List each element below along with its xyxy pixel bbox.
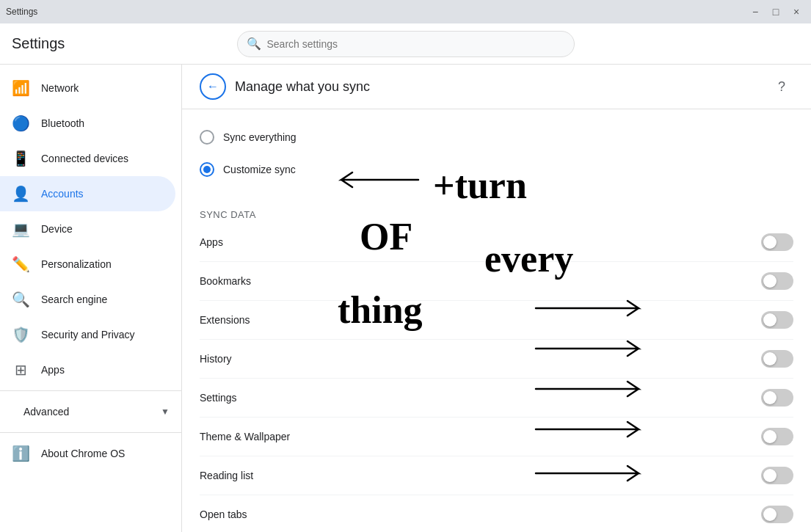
sidebar-item-device[interactable]: 💻 Device (0, 211, 175, 247)
sync-item-label: Bookmarks (200, 275, 251, 287)
search-box[interactable]: 🔍 (237, 31, 575, 57)
search-input[interactable] (267, 38, 565, 50)
sidebar-item-network[interactable]: 📶 Network (0, 70, 175, 106)
settings-toggle[interactable] (761, 389, 793, 407)
sidebar-divider-2 (0, 432, 181, 433)
sidebar-item-accounts[interactable]: 👤 Accounts (0, 176, 175, 211)
sync-item-settings: Settings (200, 379, 793, 418)
sidebar-item-bluetooth[interactable]: 🔵 Bluetooth (0, 106, 175, 141)
open-tabs-toggle[interactable] (761, 506, 793, 523)
sync-item-open-tabs: Open tabs (200, 495, 793, 532)
sync-item-bookmarks: Bookmarks (200, 262, 793, 301)
back-button[interactable]: ← (200, 73, 226, 100)
minimize-button[interactable]: − (746, 3, 764, 21)
sync-item-reading-list: Reading list (200, 456, 793, 495)
main-content: ← Manage what you sync ? Sync everything (182, 65, 811, 532)
info-icon: ℹ️ (12, 445, 29, 462)
sync-item-label: Theme & Wallpaper (200, 431, 290, 442)
sync-item-label: History (200, 353, 232, 365)
settings-header: Settings 🔍 (0, 23, 811, 65)
titlebar: Settings − □ × (0, 0, 811, 23)
wifi-icon: 📶 (12, 79, 29, 97)
page-title: Manage what you sync (235, 79, 761, 95)
sidebar-item-connected-devices[interactable]: 📱 Connected devices (0, 141, 175, 176)
sync-everything-label: Sync everything (223, 131, 297, 143)
help-icon: ? (778, 79, 785, 95)
sync-options: Sync everything Customize sync (182, 109, 811, 197)
titlebar-title: Settings (6, 7, 37, 17)
search-icon: 🔍 (247, 37, 261, 51)
sidebar-item-label: Apps (41, 364, 65, 376)
sync-data-section: Sync data Apps Bookmarks Extensions (182, 197, 811, 532)
chevron-down-icon: ▼ (161, 407, 170, 417)
back-arrow-icon: ← (207, 80, 219, 93)
sync-item-label: Reading list (200, 470, 253, 481)
sidebar-item-label: Advanced (23, 406, 149, 418)
sidebar-item-label: Search engine (41, 294, 107, 305)
sync-item-label: Extensions (200, 314, 250, 326)
bluetooth-icon: 🔵 (12, 114, 29, 132)
search-icon: 🔍 (12, 291, 29, 308)
maximize-button[interactable]: □ (767, 3, 785, 21)
sidebar-item-label: About Chrome OS (41, 448, 125, 459)
sync-item-history: History (200, 340, 793, 379)
page-header: ← Manage what you sync ? (182, 65, 811, 109)
history-toggle[interactable] (761, 350, 793, 368)
sidebar: 📶 Network 🔵 Bluetooth 📱 Connected device… (0, 65, 182, 532)
help-button[interactable]: ? (770, 75, 793, 98)
sync-item-label: Apps (200, 236, 223, 248)
sync-item-apps: Apps (200, 223, 793, 262)
shield-icon: 🛡️ (12, 326, 29, 343)
sync-everything-radio[interactable] (200, 130, 214, 145)
sidebar-item-label: Network (41, 82, 79, 94)
sidebar-item-label: Device (41, 223, 73, 235)
customize-sync-label: Customize sync (223, 164, 296, 175)
sidebar-item-advanced[interactable]: Advanced ▼ (0, 394, 181, 429)
devices-icon: 📱 (12, 150, 29, 167)
window-controls: − □ × (746, 3, 805, 21)
sidebar-item-security-privacy[interactable]: 🛡️ Security and Privacy (0, 317, 175, 352)
customize-sync-radio[interactable] (200, 162, 214, 177)
sidebar-item-personalization[interactable]: ✏️ Personalization (0, 247, 175, 282)
sidebar-item-label: Connected devices (41, 153, 128, 164)
sync-item-label: Open tabs (200, 509, 247, 520)
sync-item-label: Settings (200, 392, 237, 404)
person-icon: 👤 (12, 185, 29, 203)
sidebar-item-apps[interactable]: ⊞ Apps (0, 352, 175, 387)
sync-data-header: Sync data (200, 203, 793, 223)
sync-everything-option[interactable]: Sync everything (200, 121, 793, 153)
customize-sync-option[interactable]: Customize sync (200, 153, 793, 186)
sidebar-item-search-engine[interactable]: 🔍 Search engine (0, 282, 175, 317)
sidebar-item-label: Accounts (41, 188, 84, 200)
sidebar-item-about[interactable]: ℹ️ About Chrome OS (0, 436, 175, 471)
sync-item-extensions: Extensions (200, 301, 793, 340)
laptop-icon: 💻 (12, 220, 29, 238)
apps-toggle[interactable] (761, 233, 793, 251)
apps-icon: ⊞ (12, 361, 29, 379)
sidebar-divider (0, 390, 181, 391)
extensions-toggle[interactable] (761, 311, 793, 329)
close-button[interactable]: × (788, 3, 805, 21)
bookmarks-toggle[interactable] (761, 272, 793, 290)
sidebar-item-label: Bluetooth (41, 117, 84, 129)
sync-item-theme-wallpaper: Theme & Wallpaper (200, 418, 793, 456)
edit-icon: ✏️ (12, 255, 29, 273)
sidebar-item-label: Personalization (41, 258, 112, 270)
theme-wallpaper-toggle[interactable] (761, 428, 793, 445)
reading-list-toggle[interactable] (761, 467, 793, 484)
sidebar-item-label: Security and Privacy (41, 329, 135, 340)
